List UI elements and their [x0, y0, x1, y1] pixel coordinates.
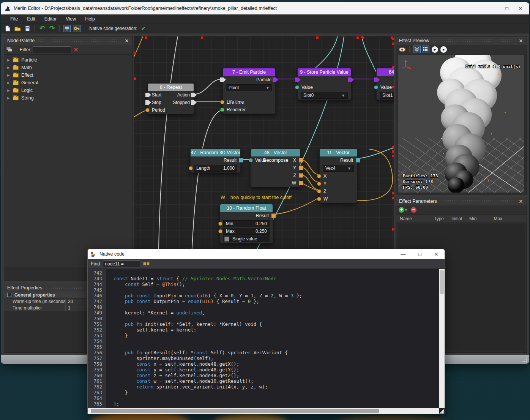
expand-arrow-icon[interactable]: ▶	[7, 66, 10, 69]
play-button[interactable]: ▶	[432, 46, 438, 53]
tree-item-effect[interactable]: ▶Effect	[4, 71, 132, 79]
open-file-button[interactable]	[14, 25, 21, 32]
wire[interactable]	[194, 79, 222, 94]
node-7-emit-particle[interactable]: 7 - Emit ParticleParticlePoint▼Life time…	[222, 68, 276, 114]
column-header-type[interactable]: Type	[434, 216, 444, 221]
orange-circle-pin[interactable]	[317, 197, 321, 201]
new-file-button[interactable]	[4, 25, 11, 32]
node-header[interactable]: 9 - Store Particle Value	[298, 68, 351, 76]
node-value-field[interactable]: Max0.250	[223, 228, 270, 235]
white-arrow-pin[interactable]	[191, 100, 197, 105]
minimize-button[interactable]: —	[401, 251, 405, 257]
save-button[interactable]	[24, 25, 31, 32]
effect-preview-header[interactable]: Effect Preview ✕	[396, 36, 527, 45]
grid-toggle[interactable]	[422, 46, 429, 53]
white-arrow-pin[interactable]	[191, 93, 197, 97]
close-panel-icon[interactable]: ✕	[124, 38, 129, 44]
wire[interactable]	[357, 148, 394, 159]
tree-item-math[interactable]: ▶Math	[4, 64, 132, 71]
expand-arrow-icon[interactable]: ▶	[7, 81, 10, 85]
preview-viewport[interactable]: Grid cell: 4.0 unit(s) Particles: 173Cur…	[398, 55, 525, 193]
undo-button[interactable]: ↶	[38, 25, 46, 32]
column-header-min[interactable]: Min	[469, 216, 476, 221]
orange-circle-pin[interactable]	[317, 174, 321, 178]
node-header[interactable]: 48 - Vector Decompose	[251, 149, 300, 156]
menu-help[interactable]: Help	[81, 15, 99, 23]
teal-square-pin[interactable]	[356, 158, 360, 163]
green-circle-pin[interactable]	[220, 108, 224, 112]
property-row[interactable]: Warm-up time (in seconds)30	[4, 298, 91, 305]
menu-editor[interactable]: Editor	[40, 15, 61, 23]
node-palette-header[interactable]: Node Palette ✕	[4, 36, 132, 45]
node-header[interactable]: 7 - Emit Particle	[223, 68, 275, 76]
expand-arrow-icon[interactable]: ▶	[7, 96, 10, 100]
animate-toggle[interactable]	[413, 46, 421, 53]
node-48-vector-decompose[interactable]: 48 - Vector DecomposeValueXYZW	[251, 148, 300, 187]
teal-circle-pin[interactable]	[374, 85, 378, 90]
title-bar[interactable]: Merlin Editor - D:\Projects\basis_data\m…	[1, 2, 529, 14]
visibility-toggle[interactable]	[398, 46, 406, 53]
node-11-vector[interactable]: 11 - VectorResultVec4▼XYZW	[319, 148, 357, 203]
find-input[interactable]	[103, 261, 140, 267]
wire[interactable]	[158, 36, 178, 272]
column-header-max[interactable]: Max	[494, 216, 502, 221]
node-10-random-float[interactable]: 10 - Random FloatResultMin0.250Max0.250S…	[220, 204, 273, 243]
node-dropdown[interactable]: Slot0▼	[301, 92, 348, 99]
close-panel-icon[interactable]: ✕	[518, 199, 524, 204]
menu-view[interactable]: View	[62, 15, 80, 23]
node-dropdown[interactable]: Vec4▼	[323, 165, 354, 172]
purple-arrow-pin[interactable]	[348, 77, 354, 82]
orange-square-pin[interactable]	[299, 174, 303, 178]
purple-arrow-pin[interactable]	[374, 77, 380, 82]
code-editor[interactable]: 7427437447457467477487497507517527537547…	[88, 269, 439, 408]
column-header-initial[interactable]: Initial	[451, 216, 462, 221]
horizontal-scrollbar[interactable]	[88, 408, 439, 414]
node-47-random-3d-vector[interactable]: 47 - Random 3D VectorResultLength1.000	[190, 148, 241, 173]
remove-parameter-button[interactable]: −	[411, 207, 416, 213]
node-value-field[interactable]: Length1.000	[194, 165, 237, 172]
maximize-button[interactable]: □	[505, 6, 508, 11]
field-value[interactable]: 1.000	[223, 166, 235, 171]
add-parameter-button[interactable]: + ▼	[399, 207, 408, 213]
stop-button[interactable]: ■	[440, 46, 447, 53]
find-binoculars-icon[interactable]	[143, 262, 150, 265]
node-header[interactable]: 47 - Random 3D Vector	[191, 149, 240, 156]
horizontal-scrollbar-thumb[interactable]	[91, 409, 379, 413]
tree-item-logic[interactable]: ▶Logic	[4, 87, 132, 94]
orange-square-pin[interactable]	[299, 158, 303, 163]
purple-arrow-pin[interactable]	[295, 77, 301, 82]
effect-parameters-header[interactable]: Effect Parameters ✕	[396, 197, 527, 205]
menu-edit[interactable]: Edit	[23, 15, 39, 23]
orange-circle-pin[interactable]	[317, 189, 321, 194]
node-value-field[interactable]: Min0.250	[223, 220, 270, 227]
wire[interactable]	[300, 159, 319, 175]
code-generation-toggle[interactable]	[73, 25, 80, 32]
vertical-scrollbar-thumb[interactable]	[440, 270, 444, 294]
white-arrow-pin[interactable]	[145, 93, 151, 97]
orange-circle-pin[interactable]	[220, 100, 224, 104]
native-code-window-toggle[interactable]	[63, 25, 71, 32]
purple-arrow-pin[interactable]	[273, 77, 278, 82]
orange-square-pin[interactable]	[299, 166, 303, 170]
teal-square-pin[interactable]	[239, 158, 243, 163]
node-checkbox[interactable]: Single value	[223, 235, 270, 242]
orange-circle-pin[interactable]	[189, 166, 193, 171]
resize-grip-icon[interactable]	[439, 409, 444, 414]
node-9-store-particle-value[interactable]: 9 - Store Particle ValueValueSlot0▼	[297, 68, 351, 100]
tree-item-general[interactable]: ▶General	[4, 79, 132, 87]
node-dropdown[interactable]: Point▼	[226, 84, 272, 91]
redo-button[interactable]: ↷	[48, 25, 56, 32]
orange-circle-pin[interactable]	[218, 222, 222, 226]
wire[interactable]	[191, 110, 222, 272]
orange-square-pin[interactable]	[299, 181, 303, 185]
checkbox-icon[interactable]	[224, 237, 229, 242]
native-code-titlebar[interactable]: Native code — □ ✕	[88, 249, 445, 259]
orange-circle-pin[interactable]	[218, 229, 222, 234]
node-header[interactable]: 6 - Repeat	[148, 84, 194, 91]
close-button[interactable]: ✕	[518, 6, 522, 11]
orange-circle-pin[interactable]	[145, 108, 150, 112]
expand-arrow-icon[interactable]: ▶	[7, 88, 10, 92]
wire[interactable]	[300, 175, 319, 190]
white-arrow-pin[interactable]	[145, 100, 151, 105]
property-row[interactable]: Time multiplier1	[4, 305, 91, 311]
